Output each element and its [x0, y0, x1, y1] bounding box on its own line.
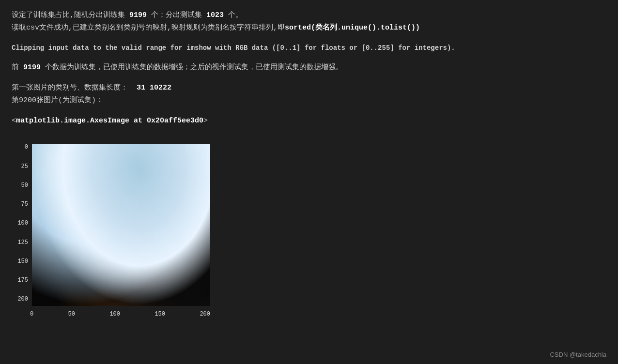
test-count: 1023: [206, 11, 224, 19]
sorted-code: sorted(类名列.unique().tolist()): [285, 24, 420, 32]
y-label-175: 175: [17, 277, 28, 283]
y-label-125: 125: [17, 240, 28, 245]
image-background: [32, 144, 210, 306]
line-axes-image-repr: <matplotlib.image.AxesImage at 0x20aff5e…: [12, 115, 606, 127]
plot-container: 0 25 50 75 100 125 150 175 200 0 50 100 …: [12, 136, 210, 319]
image-display: [32, 144, 210, 306]
axes-image-text: matplotlib.image.AxesImage at 0x20aff5ee…: [16, 117, 203, 125]
gap4: [12, 107, 606, 115]
line-first-image-info: 第一张图片的类别号、数据集长度： 31 10222: [12, 82, 606, 94]
x-label-150: 150: [154, 310, 165, 319]
x-label-100: 100: [109, 310, 120, 319]
y-label-75: 75: [21, 201, 28, 207]
gap1: [12, 35, 606, 43]
image-section: 0 25 50 75 100 125 150 175 200 0 50 100 …: [12, 132, 606, 319]
line-9200th-image: 第9200张图片(为测试集)：: [12, 95, 606, 106]
line-clipping-warning: Clipping input data to the valid range f…: [12, 43, 606, 53]
y-label-100: 100: [17, 220, 28, 226]
csdn-watermark: CSDN @takedachia: [550, 351, 606, 358]
output-block: 设定了训练集占比,随机分出训练集 9199 个；分出测试集 1023 个。 读取…: [12, 10, 606, 319]
x-axis-labels: 0 50 100 150 200: [30, 308, 210, 319]
line-csv-read: 读取csv文件成功,已建立类别名到类别号的映射,映射规则为类别名按字符串排列,即…: [12, 22, 606, 34]
x-label-50: 50: [68, 310, 75, 319]
y-label-150: 150: [17, 258, 28, 264]
x-label-200: 200: [200, 310, 210, 319]
train-count: 9199: [129, 11, 147, 19]
line-train-test-split: 设定了训练集占比,随机分出训练集 9199 个；分出测试集 1023 个。: [12, 10, 606, 21]
line-augmentation: 前 9199 个数据为训练集，已使用训练集的数据增强；之后的视作测试集，已使用测…: [12, 62, 606, 74]
gap2: [12, 54, 606, 62]
y-axis-labels: 0 25 50 75 100 125 150 175 200: [12, 144, 30, 302]
gap3: [12, 75, 606, 82]
y-label-25: 25: [21, 164, 28, 169]
class-num: 31 10222: [137, 84, 171, 92]
y-label-200: 200: [17, 296, 28, 302]
aug-count: 9199: [23, 63, 41, 72]
x-label-0: 0: [30, 310, 33, 319]
y-label-50: 50: [21, 182, 28, 188]
y-label-0: 0: [25, 144, 28, 150]
